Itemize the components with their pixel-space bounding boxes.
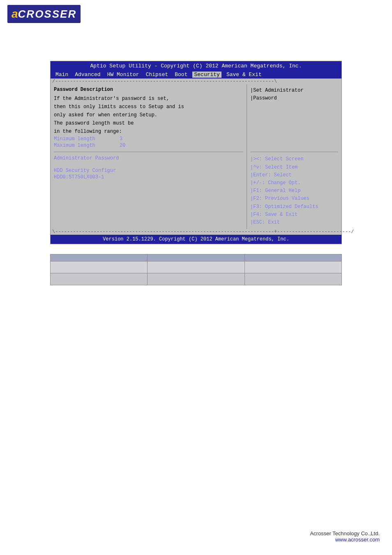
company-name: Acrosser Technology Co.,Ltd.	[310, 530, 380, 536]
nav-save-exit[interactable]: Save & Exit	[225, 72, 263, 78]
logo-letter: a	[12, 7, 18, 21]
table-row	[51, 273, 342, 285]
bios-left-panel: Password Description If the Administrato…	[51, 84, 247, 229]
min-length-label: Minimum length	[54, 136, 120, 142]
top-border: /---------------------------------------…	[51, 79, 341, 84]
set-admin-text: Set Administrator	[253, 88, 303, 93]
table-header-3	[244, 254, 341, 261]
company-url: www.acrosser.com	[310, 536, 380, 543]
desc-line-1: If the Administrator's password is set,	[54, 95, 243, 102]
hdd-security-label: HDD Security Configur	[54, 168, 243, 173]
bottom-border: \---------------------------------------…	[51, 229, 341, 235]
desc-line-5: in the following range:	[54, 128, 243, 135]
nav-advanced[interactable]: Advanced	[73, 72, 102, 78]
admin-password-item[interactable]: Administrator Password	[54, 155, 243, 161]
bios-right-panel: |Set Administrator |Password |><: Select…	[247, 84, 341, 229]
max-length-value: 20	[120, 143, 125, 148]
table-cell-1-3	[244, 261, 341, 273]
key-f4: |F4: Save & Exit	[250, 211, 338, 219]
table-cell-2-3	[244, 273, 341, 285]
max-length-row: Maximum length 20	[54, 143, 243, 148]
table-cell-1-1	[51, 261, 148, 273]
nav-boot[interactable]: Boot	[173, 72, 189, 78]
bios-screen: Aptio Setup Utility - Copyright (C) 2012…	[50, 61, 342, 244]
key-select-screen: |><: Select Screen	[250, 155, 338, 163]
bios-footer: Version 2.15.1229. Copyright (C) 2012 Am…	[51, 235, 341, 244]
hdd-device-item[interactable]: HDD0:ST750LX003-1	[54, 174, 243, 180]
desc-line-3: only asked for when entering Setup.	[54, 111, 243, 119]
table-cell-2-2	[148, 273, 244, 285]
table-cell-2-1	[51, 273, 148, 285]
company-footer: Acrosser Technology Co.,Ltd. www.acrosse…	[310, 530, 380, 543]
key-esc: |ESC: Exit	[250, 219, 338, 227]
logo-text: CROSSER	[18, 8, 77, 21]
min-length-value: 3	[120, 136, 122, 142]
table-header-1	[51, 254, 148, 261]
password-description-title: Password Description	[54, 87, 243, 92]
key-change: |+/-: Change Opt.	[250, 179, 338, 187]
key-select-item: |^v: Select Item	[250, 164, 338, 171]
desc-line-4: The password length must be	[54, 120, 243, 127]
min-length-row: Minimum length 3	[54, 136, 243, 142]
table-row	[51, 261, 342, 273]
max-length-label: Maximum length	[54, 143, 120, 148]
logo-box: a CROSSER	[7, 5, 81, 23]
right-separator	[250, 152, 338, 152]
nav-chipset[interactable]: Chipset	[144, 72, 170, 78]
nav-security[interactable]: Security	[192, 72, 221, 78]
help-text-line1: |Set Administrator	[250, 87, 338, 95]
password-text: Password	[253, 95, 277, 101]
logo-area: a CROSSER	[0, 0, 392, 28]
bottom-table	[50, 254, 342, 285]
table-header-2	[148, 254, 244, 261]
key-f3: |F3: Optimized Defaults	[250, 203, 338, 211]
desc-line-2: then this only limits access to Setup an…	[54, 103, 243, 111]
key-f2: |F2: Previous Values	[250, 195, 338, 203]
bios-content-area: Password Description If the Administrato…	[51, 84, 341, 229]
key-f1: |F1: General Help	[250, 187, 338, 195]
nav-main[interactable]: Main	[54, 72, 70, 78]
left-separator	[54, 152, 243, 152]
bios-header-title: Aptio Setup Utility - Copyright (C) 2012…	[51, 61, 341, 71]
nav-hwmonitor[interactable]: HW Monitor	[106, 72, 141, 78]
key-enter: |Enter: Select	[250, 171, 338, 179]
help-text-line2: |Password	[250, 95, 338, 102]
bios-nav-bar: Main Advanced HW Monitor Chipset Boot Se…	[51, 71, 341, 79]
table-cell-1-2	[148, 261, 244, 273]
